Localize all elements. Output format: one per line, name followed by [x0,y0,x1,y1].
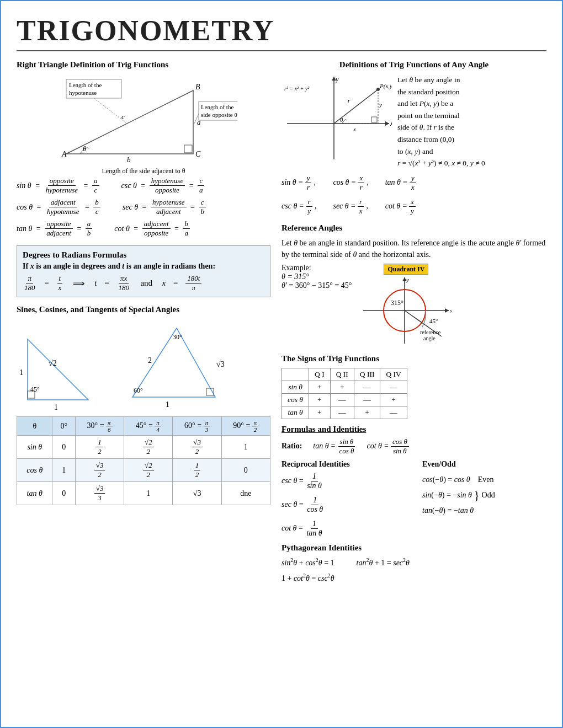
table-cell-sin-90: 1 [221,436,270,459]
ratio-cot: cot θ = cos θsin θ [367,437,408,456]
coordinate-svg: x y P(x,y) [282,74,392,162]
svg-text:2: 2 [148,356,152,365]
special-angles-section: Sines, Cosines, and Tangents of Special … [17,305,270,505]
pyth-formulas: sin2θ + cos2θ = 1 tan2θ + 1 = sec2θ 1 + … [282,555,546,586]
ratio-label: Ratio: [282,442,302,451]
signs-cell-sin-q3: — [354,381,380,393]
svg-text:B: B [195,83,200,91]
table-cell-tan-45: 1 [124,482,173,505]
signs-cell-sin-q4: — [380,381,407,393]
signs-cell-cos-q3: — [354,393,380,406]
signs-row-sin: sin θ + + — — [282,381,407,393]
table-cell-cos-30: √32 [75,459,124,482]
tan-formula: tan θ = oppositeadjacent = ab [17,220,92,238]
svg-text:y: y [335,76,339,83]
triangle-45-svg: 1 1 √2 45° [17,328,105,411]
svg-text:60°: 60° [134,387,143,394]
def-trig-section: Definitions of Trig Functions of Any Ang… [282,60,546,216]
svg-rect-41 [371,117,377,122]
table-cell-sin-label: sin θ [17,436,52,459]
svg-text:√3: √3 [216,360,225,368]
svg-text:45°: 45° [429,318,438,324]
signs-header-q4: Q IV [380,368,407,381]
signs-row-tan: tan θ + — + — [282,406,407,419]
degrees-box-line1: If x is an angle in degrees and t is an … [23,262,264,271]
table-header-0: 0° [52,417,75,436]
def-sin: sin θ = yr, [282,174,316,192]
pyth-row1: sin2θ + cos2θ = 1 tan2θ + 1 = sec2θ [282,555,546,571]
odd-tan: tan(−θ) = −tan θ [422,503,546,518]
svg-text:c: c [121,113,125,121]
odd-sin: sin(−θ) = −sin θ } Odd [422,488,546,503]
svg-text:a: a [197,118,201,126]
def-formula-col-3: tan θ = yx cot θ = xy [385,174,416,216]
svg-text:1: 1 [54,403,58,411]
svg-text:r² = x² + y²: r² = x² + y² [284,85,310,92]
signs-cell-tan-q2: — [330,406,354,419]
signs-cell-sin: sin θ [282,381,309,393]
svg-text:y: y [406,276,409,283]
ref-text: Let θ be an angle in standard position. … [282,237,546,260]
svg-text:315°: 315° [391,299,403,307]
table-row-cos: cos θ 1 √32 √22 12 0 [17,459,270,482]
svg-text:x: x [390,120,392,127]
table-cell-cos-90: 0 [221,459,270,482]
recip-sec: sec θ = 1cos θ [282,496,406,514]
svg-marker-32 [385,121,389,126]
ref-example: Example: θ = 315° θ′ = 360° − 315° = 45°… [282,264,546,349]
recip-title: Reciprocal Identities [282,460,406,469]
svg-text:P(x,y): P(x,y) [379,83,392,90]
def-csc: csc θ = ry, [282,197,316,216]
rt-section-title: Right Triangle Definition of Trig Functi… [17,60,270,69]
def-formula-col-2: cos θ = xr, sec θ = rx, [333,174,368,216]
triangle-30-60-svg: 1 √3 2 30° 60° [121,320,232,411]
pyth-f1: sin2θ + cos2θ = 1 [282,555,334,571]
svg-text:hypotenuse: hypotenuse [69,89,97,96]
def-sec: sec θ = rx, [333,197,368,216]
recip-cot: cot θ = 1tan θ [282,520,406,538]
signs-row-cos: cos θ + — — + [282,393,407,406]
pyth-f3: 1 + cot2θ = csc2θ [282,570,546,586]
svg-text:Length of the: Length of the [69,82,102,88]
even-cos: cos(−θ) = cos θ Even [422,472,546,488]
table-cell-tan-label: tan θ [17,482,52,505]
svg-text:1: 1 [166,400,169,409]
sec-formula: sec θ = hypotenuseadjacent = cb [123,198,206,216]
def-cos: cos θ = xr, [333,174,368,192]
signs-cell-cos-q2: — [330,393,354,406]
svg-text:r: r [348,97,350,104]
def-diagram: x y P(x,y) [282,74,392,164]
special-title: Sines, Cosines, and Tangents of Special … [17,305,270,314]
ref-angle-svg: x y 315° 45° [360,275,452,346]
left-column: Right Triangle Definition of Trig Functi… [17,60,270,586]
table-cell-tan-90: dne [221,482,270,505]
ref-example-text: Example: θ = 315° θ′ = 360° − 315° = 45° [282,264,352,290]
table-row-tan: tan θ 0 √33 1 √3 dne [17,482,270,505]
svg-text:√2: √2 [49,359,57,367]
special-table: θ 0° 30° = π6 45° = π4 60° = π3 90° = π2… [17,416,270,505]
signs-header-empty [282,368,309,381]
degrees-box-title: Degrees to Radians Formulas [23,250,264,260]
signs-section: The Signs of Trig Functions Q I Q II Q I… [282,354,546,419]
svg-text:y: y [379,101,382,108]
signs-cell-sin-q1: + [309,381,331,393]
trig-defs: sin θ = oppositehypotenuse = ac csc θ = … [17,176,270,238]
even-col: Even/Odd cos(−θ) = cos θ Even sin(−θ) = … [422,460,546,538]
formulas-title: Formulas and Identities [282,425,546,434]
signs-title: The Signs of Trig Functions [282,354,546,363]
table-header-row: θ 0° 30° = π6 45° = π4 60° = π3 90° = π2 [17,417,270,436]
def-trig-title: Definitions of Trig Functions of Any Ang… [282,60,546,69]
table-cell-cos-label: cos θ [17,459,52,482]
table-cell-cos-60: 12 [173,459,221,482]
recip-csc: csc θ = 1sin θ [282,472,406,490]
rt-triangle-svg: A B C a b c θ Length of the hypotenuse [50,74,237,170]
def-formula-col-1: sin θ = yr, csc θ = ry, [282,174,316,216]
svg-marker-49 [445,308,449,313]
table-header-45: 45° = π4 [124,417,173,436]
def-two-col: x y P(x,y) [282,74,546,169]
table-cell-tan-60: √3 [173,482,221,505]
cot-formula: cot θ = adjacentopposite = ba [114,220,190,238]
trig-row-1: sin θ = oppositehypotenuse = ac csc θ = … [17,176,270,195]
recip-col: Reciprocal Identities csc θ = 1sin θ sec… [282,460,406,538]
signs-table: Q I Q II Q III Q IV sin θ + + — — [282,368,407,419]
